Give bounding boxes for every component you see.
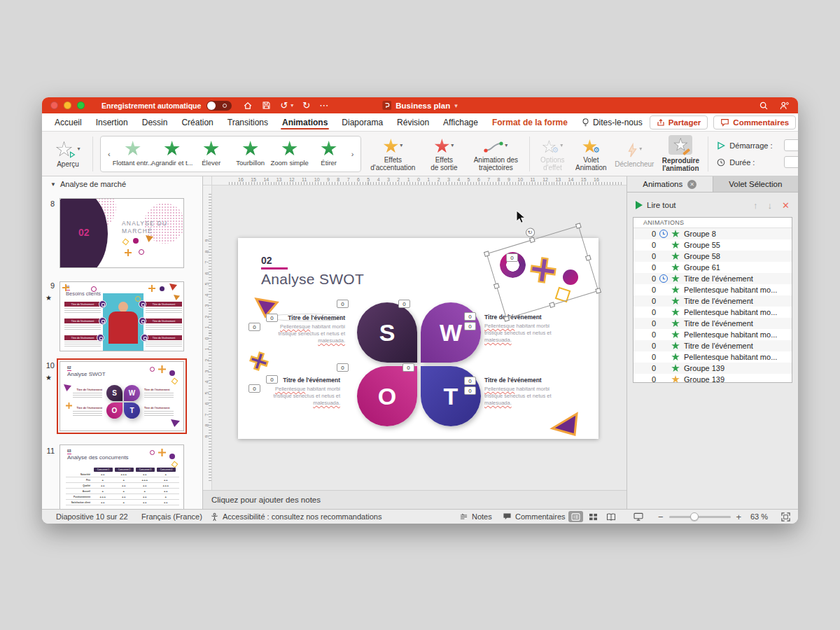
- animation-number-badge[interactable]: 0: [402, 363, 414, 372]
- slide-position[interactable]: Diapositive 10 sur 22: [56, 510, 128, 524]
- slide-kicker[interactable]: 02: [261, 255, 272, 266]
- animation-row[interactable]: 0Pellentesque habitant mo...: [634, 351, 792, 363]
- animation-row[interactable]: 0Groupe 139: [634, 374, 792, 383]
- tab-accueil[interactable]: Accueil: [48, 113, 89, 131]
- tab-format-de-la-forme[interactable]: Format de la forme: [485, 113, 575, 131]
- animation-number-badge[interactable]: 0: [266, 314, 278, 322]
- resize-handle-n[interactable]: [529, 237, 536, 243]
- tab-transitions[interactable]: Transitions: [220, 113, 275, 131]
- zoom-slider-knob[interactable]: [690, 512, 699, 521]
- duration-input[interactable]: ⌃⌄: [784, 156, 798, 168]
- resize-handle-ne[interactable]: [575, 223, 582, 229]
- tab-dessin[interactable]: Dessin: [135, 113, 175, 131]
- animation-row[interactable]: 0Titre de l'événement: [634, 318, 792, 329]
- slide-thumbnail-10-selected[interactable]: 02 Analyse SWOT S W O T Titre de l'événe…: [59, 361, 184, 431]
- triangle-decoration[interactable]: [549, 412, 580, 438]
- close-window-button[interactable]: [50, 102, 58, 109]
- animation-row[interactable]: 0Pellentesque habitant mo...: [634, 329, 792, 340]
- animation-number-badge[interactable]: 0: [464, 322, 476, 330]
- move-up-icon[interactable]: ↑: [753, 200, 758, 211]
- tab-affichage[interactable]: Affichage: [436, 113, 485, 131]
- animation-row[interactable]: 0Titre de l'événement: [634, 273, 792, 284]
- exit-effects-button[interactable]: ▾ Effets de sortie: [421, 136, 466, 172]
- emphasis-effects-button[interactable]: ▾ Effets d'accentuation: [364, 136, 421, 172]
- more-commands-icon[interactable]: ⋯: [319, 101, 328, 110]
- animation-number-badge[interactable]: 0: [337, 300, 349, 308]
- item-block-top-left[interactable]: Titre de l'événement Pellentesque habita…: [269, 314, 346, 321]
- tab-creation[interactable]: Création: [174, 113, 220, 131]
- animation-number-badge[interactable]: 0: [464, 312, 476, 321]
- cross-decoration[interactable]: [248, 350, 270, 372]
- animation-row[interactable]: 0Titre de l'événement: [634, 295, 792, 307]
- animation-row[interactable]: 0Groupe 8: [634, 228, 792, 239]
- resize-handle-s[interactable]: [549, 302, 555, 308]
- tab-revision[interactable]: Révision: [390, 113, 436, 131]
- reading-view-button[interactable]: [603, 511, 618, 522]
- petal-threats[interactable]: T: [421, 366, 481, 426]
- comments-button[interactable]: Commentaires: [713, 115, 796, 130]
- selection-bounding-box[interactable]: ↻: [486, 225, 599, 319]
- motion-paths-button[interactable]: ▾ Animation des trajectoires: [466, 136, 525, 172]
- section-header[interactable]: ▼Analyse de marché: [50, 180, 126, 188]
- effect-options-button[interactable]: ⚙▾ Options d'effet: [534, 136, 570, 172]
- gallery-item-tourbillon[interactable]: Tourbillon: [231, 141, 270, 167]
- animation-number-badge[interactable]: 0: [248, 323, 260, 331]
- animation-row[interactable]: 0Titre de l'événement: [634, 340, 792, 351]
- slide-sorter-view-button[interactable]: [586, 511, 601, 522]
- gallery-item-etirer[interactable]: Étirer: [309, 141, 349, 167]
- close-pane-icon[interactable]: ✕: [687, 180, 696, 189]
- slideshow-view-button[interactable]: [631, 511, 645, 522]
- gallery-scroll-left-icon[interactable]: ‹: [105, 150, 113, 158]
- tab-dites-le-nous[interactable]: Dites-le-nous: [575, 113, 650, 131]
- undo-chevron-icon[interactable]: ▾: [290, 102, 293, 108]
- home-icon[interactable]: [243, 101, 253, 111]
- play-animation-button[interactable]: Reproduire l'animation: [657, 135, 704, 172]
- fit-slide-button[interactable]: [781, 510, 790, 524]
- delete-animation-icon[interactable]: ✕: [782, 200, 790, 211]
- resize-handle-w[interactable]: [493, 283, 500, 289]
- zoom-slider[interactable]: [669, 516, 731, 518]
- save-icon[interactable]: [262, 101, 271, 110]
- zoom-out-button[interactable]: −: [658, 512, 664, 522]
- item-block-bottom-right[interactable]: Titre de l'événement Pellentesque habita…: [484, 377, 561, 407]
- redo-icon[interactable]: ↻: [302, 101, 310, 110]
- animation-number-badge[interactable]: 0: [464, 386, 476, 395]
- minimize-window-button[interactable]: [64, 102, 71, 109]
- gallery-item-elever[interactable]: Élever: [192, 141, 231, 167]
- gallery-item-agrandir[interactable]: Agrandir et t...: [153, 141, 192, 167]
- animation-number-badge[interactable]: 0: [506, 253, 518, 262]
- animation-number-badge[interactable]: 0: [266, 375, 278, 384]
- slide-thumbnail-11[interactable]: 03 Analyse des concurrents Concurrent 1 …: [59, 444, 184, 509]
- gallery-item-zoom-simple[interactable]: Zoom simple: [270, 141, 309, 167]
- animation-number-badge[interactable]: 0: [337, 363, 349, 372]
- gallery-item-flottant[interactable]: Flottant entr...: [113, 141, 153, 167]
- notes-toggle[interactable]: Notes: [459, 510, 492, 524]
- comments-toggle[interactable]: Commentaires: [503, 510, 566, 524]
- preview-button[interactable]: ▾ Aperçu: [48, 140, 88, 168]
- tab-volet-selection[interactable]: Volet Sélection: [713, 176, 799, 192]
- slide-title[interactable]: Analyse SWOT: [261, 271, 364, 288]
- tab-diaporama[interactable]: Diaporama: [335, 113, 390, 131]
- slide-thumbnail-8[interactable]: 02 ANALYSE DU MARCHÉ: [59, 198, 184, 268]
- zoom-level[interactable]: 63 %: [750, 510, 768, 524]
- tab-animations[interactable]: Animations: [275, 113, 335, 131]
- animation-number-badge[interactable]: 0: [398, 300, 410, 308]
- language-indicator[interactable]: Français (France): [141, 510, 202, 524]
- play-all-button[interactable]: Lire tout: [647, 201, 676, 209]
- gallery-scroll-right-icon[interactable]: ›: [349, 150, 357, 158]
- accessibility-status[interactable]: Accessibilité : consultez nos recommanda…: [210, 510, 382, 524]
- notes-placeholder[interactable]: Cliquez pour ajouter des notes: [203, 490, 626, 509]
- rotate-handle[interactable]: ↻: [524, 227, 536, 238]
- animation-row[interactable]: 0Groupe 55: [634, 239, 792, 251]
- tab-animations-pane[interactable]: Animations ✕: [627, 176, 713, 192]
- animation-row[interactable]: 0Groupe 58: [634, 251, 792, 262]
- petal-weaknesses[interactable]: W: [421, 302, 481, 363]
- animation-pane-button[interactable]: ⚙ Volet Animation: [570, 136, 611, 172]
- move-down-icon[interactable]: ↓: [768, 200, 773, 211]
- search-icon[interactable]: [759, 101, 769, 111]
- petal-opportunities[interactable]: O: [357, 366, 417, 426]
- start-input[interactable]: [784, 139, 798, 151]
- slide-thumbnail-9[interactable]: 01 Besoins clients Titre de l'événement …: [59, 281, 184, 351]
- autosave-toggle[interactable]: [206, 101, 232, 111]
- animation-number-badge[interactable]: 0: [464, 377, 476, 385]
